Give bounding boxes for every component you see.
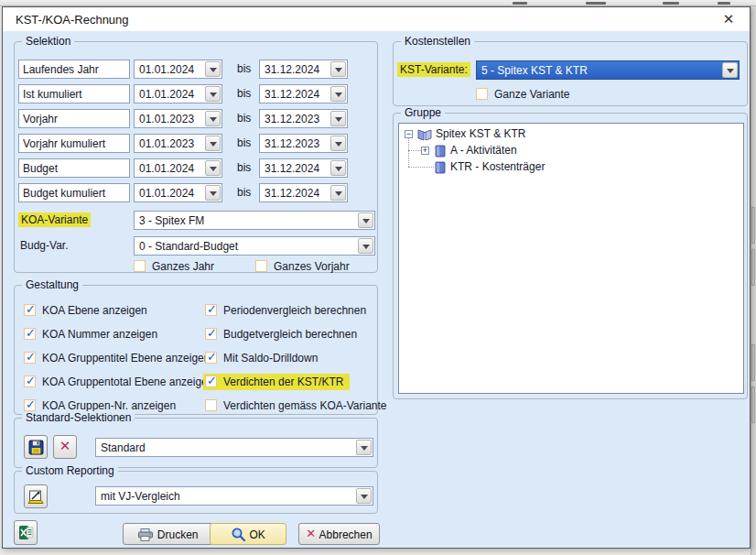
date-to-combo[interactable]: 31.12.2023 [259,109,348,128]
background-mark [513,2,527,5]
koa-nummer-checkbox[interactable] [24,328,36,340]
row-name-input[interactable] [18,134,130,153]
chevron-down-icon[interactable] [330,86,346,102]
bis-label: bis [237,136,251,149]
checkbox-row: KOA Nummer anzeigen [24,327,202,342]
ganze-variante-checkbox[interactable] [476,88,488,100]
floppy-disk-icon [28,440,44,455]
dialog-title: KST-/KOA-Rechnung [16,13,129,27]
printer-icon [137,528,154,541]
background-mark [586,2,606,5]
chevron-down-icon[interactable] [358,212,373,228]
koa-gruppentitel-checkbox[interactable] [24,352,36,364]
background-mark [663,2,679,5]
budgetvergleich-checkbox[interactable] [205,328,217,340]
collapse-icon[interactable]: − [405,130,413,138]
save-selection-button[interactable] [24,435,48,459]
verdichten-gemaess-koa-checkbox[interactable] [205,399,217,411]
background-button [751,344,755,381]
gruppe-group-label: Gruppe [401,106,445,119]
koa-ebene-checkbox[interactable] [24,304,36,316]
chevron-down-icon[interactable] [205,185,221,201]
chevron-down-icon[interactable] [330,136,346,151]
chevron-down-icon[interactable] [358,238,373,254]
row-name-input[interactable] [18,109,130,128]
date-to-combo[interactable]: 31.12.2024 [259,84,348,103]
date-from-combo[interactable]: 01.01.2023 [134,109,222,128]
background-mark [718,2,730,5]
background-button [751,207,755,244]
koa-variante-combo[interactable]: 3 - Spitex FM [134,211,375,230]
row-name-input[interactable] [18,158,130,178]
row-name-input[interactable] [18,183,130,202]
chevron-down-icon[interactable] [356,440,372,455]
abbrechen-button[interactable]: ✕ Abbrechen [298,523,380,545]
kst-variante-label: KST-Variante: [397,62,470,77]
chevron-down-icon[interactable] [205,160,221,176]
row-name-input[interactable] [18,84,130,103]
bis-label: bis [237,186,251,199]
ganzes-vorjahr-checkbox[interactable] [255,260,267,272]
standard-selektion-combo[interactable]: Standard [95,438,373,457]
drucken-button[interactable]: Drucken [123,523,213,545]
periodenvergleich-checkbox[interactable] [205,304,217,316]
excel-icon [18,525,34,540]
chevron-down-icon[interactable] [330,61,346,77]
date-to-combo[interactable]: 31.12.2024 [259,183,348,202]
date-to-combo[interactable]: 31.12.2024 [259,158,348,178]
chevron-down-icon[interactable] [205,86,221,102]
gruppe-tree[interactable]: − Spitex KST & KTR + A - Aktivitäten [398,123,744,394]
close-icon[interactable]: ✕ [718,10,739,28]
saldo-drilldown-checkbox[interactable] [205,352,217,364]
row-name-input[interactable] [18,60,130,79]
kst-variante-combo[interactable]: 5 - Spitex KST & KTR [476,60,740,80]
tree-item-root[interactable]: − Spitex KST & KTR [399,127,738,142]
date-from-combo[interactable]: 01.01.2024 [134,60,222,79]
magnifier-icon [231,527,246,542]
abbrechen-label: Abbrechen [319,528,373,541]
background-button [751,386,755,423]
gestaltung-group-label: Gestaltung [22,278,82,291]
koa-variante-label: KOA-Variante [18,212,91,227]
cube-icon [435,161,446,174]
chevron-down-icon[interactable] [330,111,346,126]
custom-report-button[interactable] [24,484,48,508]
kst-koa-rechnung-dialog: KST-/KOA-Rechnung ✕ Selektion 01.01.2024… [2,6,751,549]
chevron-down-icon[interactable] [330,160,346,176]
custom-reporting-group: Custom Reporting mit VJ-Vergleich [14,471,378,514]
ganzes-jahr-checkbox[interactable] [134,260,146,272]
checkbox-row: KOA Ebene anzeigen [24,303,202,318]
date-to-combo[interactable]: 31.12.2024 [259,60,348,79]
expand-icon[interactable]: + [421,147,429,155]
chevron-down-icon[interactable] [356,488,372,504]
chevron-down-icon[interactable] [205,61,221,77]
bis-label: bis [237,62,251,75]
kostenstellen-group-label: Kostenstellen [401,35,474,48]
ok-button[interactable]: OK [210,523,286,545]
budg-var-combo[interactable]: 0 - Standard-Budget [134,236,375,256]
cancel-x-icon: ✕ [306,527,316,540]
chevron-down-icon[interactable] [330,185,346,201]
checkbox-row: KOA Gruppentotal Ebene anzeigen [24,375,202,389]
date-to-combo[interactable]: 31.12.2023 [259,134,348,153]
date-from-combo[interactable]: 01.01.2024 [134,158,222,178]
background-app-top [0,0,756,6]
koa-gruppentotal-checkbox[interactable] [24,375,36,387]
tree-item-aktivitaeten[interactable]: + A - Aktivitäten [399,144,738,158]
chevron-down-icon[interactable] [205,136,221,151]
verdichten-kst-ktr-checkbox[interactable] [205,375,217,387]
kostenstellen-group: Kostenstellen KST-Variante: 5 - Spitex K… [393,41,748,106]
ganzes-jahr-row: Ganzes Jahr [134,259,243,274]
chevron-down-icon[interactable] [722,62,738,78]
tree-item-kostentraeger[interactable]: KTR - Kostenträger [399,160,738,175]
title-bar: KST-/KOA-Rechnung ✕ [3,7,750,31]
date-from-combo[interactable]: 01.01.2023 [134,134,222,153]
delete-selection-button[interactable]: ✕ [53,435,77,459]
koa-gruppen-nr-checkbox[interactable] [24,399,36,411]
date-from-combo[interactable]: 01.01.2024 [134,183,222,202]
export-excel-button[interactable] [14,520,38,545]
date-from-combo[interactable]: 01.01.2024 [134,84,222,103]
standard-selektionen-group: Standard-Selektionen ✕ Standard [14,418,378,468]
chevron-down-icon[interactable] [205,111,221,126]
custom-reporting-combo[interactable]: mit VJ-Vergleich [95,486,373,506]
